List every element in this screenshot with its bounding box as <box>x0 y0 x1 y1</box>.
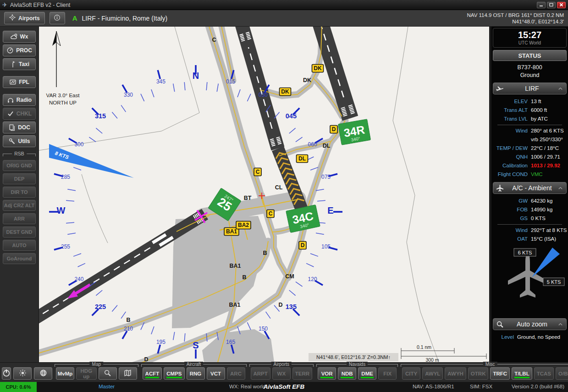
toolbar-button-tcas[interactable]: TCAS <box>534 367 554 380</box>
rsb-button-auto[interactable]: AUTO <box>3 240 36 251</box>
toolbar-group-map: MapMvMpHDG up <box>55 364 138 380</box>
magnetic-variation-label: VAR 3.0° East <box>46 93 80 98</box>
row-label: Flight COND <box>493 170 528 179</box>
taxiway-label: BA1 <box>229 302 240 308</box>
taxiway-label: B <box>126 317 130 323</box>
rsb-button-adj-crz-alt[interactable]: Adj CRZ ALT <box>3 200 36 211</box>
toolbar-group-aircraft: AircraftACFTCMPSRNGVCTARC <box>141 364 247 380</box>
toolbar-button-o-bnd[interactable]: O/BND <box>556 367 568 380</box>
row-value: VMC <box>531 170 567 179</box>
row-value: 15°C (ISA) <box>531 235 567 243</box>
nav-info: NAV 114.9 OST / BRG 161° DIST 0.2 NM <box>467 12 564 18</box>
toolbar-button-terr[interactable]: TERR <box>292 367 312 380</box>
taxiway-badge-label: C <box>256 169 260 175</box>
aircraft-type: B737-800 <box>493 64 567 72</box>
taxiway-label: C <box>212 37 216 43</box>
sidebar-item-utils[interactable]: Utils <box>3 135 36 147</box>
taxiway-badge-label: D <box>301 242 305 248</box>
weather-source: WX: Real world <box>229 384 265 389</box>
toolbar-button-awyh[interactable]: AWYH <box>445 367 466 380</box>
toolbar-group-airports: AirportsARPTWXTERR <box>249 364 314 380</box>
data-row: QNH1006 / 29.71 <box>493 153 567 161</box>
taxiway-badge-label: BA1 <box>226 228 237 235</box>
maximize-icon[interactable] <box>547 2 556 8</box>
ambient-rows: GW64230 kgFOB14990 kgGS0 KTSWind292°T at… <box>493 197 567 243</box>
brightness-icon <box>19 369 27 378</box>
sidebar-buttons: WxPROCTaxiFPLRadioCHKLDOCUtils <box>0 31 39 147</box>
compass-label: W <box>57 205 66 215</box>
toolbar-button-t-lbl[interactable]: T/LBL <box>512 367 532 380</box>
sidebar-item-radio[interactable]: Radio <box>3 94 36 106</box>
toolbar-button-fix[interactable]: FIX <box>378 367 397 380</box>
toolbar-button-mvmp[interactable]: MvMp <box>56 367 74 380</box>
sidebar-item-chkl[interactable]: CHKL <box>3 108 36 120</box>
row-label: ELEV <box>493 97 528 106</box>
toolbar-button-dme[interactable]: DME <box>358 367 376 380</box>
toolbar-button-city[interactable]: CITY <box>402 367 420 380</box>
close-icon[interactable] <box>557 2 566 8</box>
toolbar-button-ndb[interactable]: NDB <box>338 367 356 380</box>
airport-rows: ELEV13 ftTrans ALT6000 ftTrans LVLby ATC… <box>493 97 567 179</box>
toolbar-button-wx[interactable]: WX <box>272 367 291 380</box>
sidebar-item-label: CHKL <box>17 110 32 117</box>
sidebar-item-fpl[interactable]: FPL <box>3 76 36 88</box>
compass-label: 030 <box>259 92 268 98</box>
section-header-ambient[interactable]: A/C - Ambient <box>493 182 567 194</box>
taxiway-badge-label: BA2 <box>238 222 249 228</box>
section-header-autozoom[interactable]: Auto zoom <box>493 318 567 330</box>
taxiway-label: BA1 <box>229 263 241 269</box>
autozoom-section-title: Auto zoom <box>506 320 558 328</box>
status-button[interactable]: STATUS <box>493 50 567 61</box>
info-icon <box>54 14 61 22</box>
rsb-button-dep[interactable]: DEP <box>3 173 36 184</box>
toolbar-button-vor[interactable]: VOR <box>318 367 336 380</box>
rsb-button-dest-gnd[interactable]: DEST GND <box>3 226 36 237</box>
master-status: Master <box>99 384 115 389</box>
taxiway-badge-label: C <box>269 210 273 217</box>
airports-button-label: Airports <box>18 15 40 22</box>
section-divider <box>497 125 562 125</box>
rsb-button-arr[interactable]: ARR <box>3 213 36 224</box>
toolbar-button-arpt[interactable]: ARPT <box>251 367 270 380</box>
minimize-icon[interactable] <box>537 2 546 8</box>
rsb-button-dir-to[interactable]: DIR TO <box>3 187 36 198</box>
toolbar-button-rng[interactable]: RNG <box>187 367 205 380</box>
toolbar-button-map[interactable] <box>119 367 137 380</box>
airport-map[interactable]: N015030045060075E105120135150165S1952102… <box>39 27 489 362</box>
toolbar-button-otrk[interactable]: OTRK <box>468 367 489 380</box>
crosswind-component-label: 5 KTS <box>547 279 561 285</box>
sidebar-item-taxi[interactable]: Taxi <box>3 58 36 70</box>
airport-status-badge: A <box>72 14 77 22</box>
taxi-icon <box>9 61 17 68</box>
rsb-button-goaround[interactable]: GoAround <box>3 253 36 264</box>
airports-button[interactable]: Airports <box>4 12 45 24</box>
sidebar-item-wx[interactable]: Wx <box>3 31 36 43</box>
toolbar-button-awyl[interactable]: AWYL <box>422 367 443 380</box>
toolbar-button-vct[interactable]: VCT <box>207 367 225 380</box>
toolbar-button-globe[interactable] <box>34 367 52 380</box>
rsb-group-bracket: RSB <box>3 154 36 157</box>
power-button[interactable] <box>2 367 11 380</box>
toolbar-button-cmps[interactable]: CMPS <box>164 367 184 380</box>
sidebar-item-proc[interactable]: PROC <box>3 44 36 56</box>
chevron-up-icon <box>558 322 563 326</box>
position-readout: N41°48.6', E012°16.3' Z=0.3NM↑ <box>309 353 398 361</box>
rsb-group-label: RSB <box>12 151 27 156</box>
compass-label: 225 <box>95 303 106 310</box>
sidebar-item-doc[interactable]: DOC <box>3 121 36 133</box>
info-button[interactable] <box>50 12 65 24</box>
sidebar-item-label: Taxi <box>19 61 29 67</box>
toolbar-button-acft[interactable]: ACFT <box>143 367 162 380</box>
row-value: vrb 250°/330° <box>531 135 567 144</box>
compass-label: N <box>193 71 199 81</box>
toolbar-button-arc[interactable]: ARC <box>227 367 245 380</box>
toolbar-button-trfc[interactable]: TRFC <box>490 367 510 380</box>
compass-label: 345 <box>156 78 165 85</box>
toolbar-button-hdg-up[interactable]: HDG up <box>76 367 97 380</box>
data-row: GW64230 kg <box>493 197 567 205</box>
toolbar-button-zoom[interactable] <box>99 367 117 380</box>
toolbar-button-brightness[interactable] <box>13 367 32 380</box>
rsb-button-orig-gnd[interactable]: ORIG GND <box>3 160 36 171</box>
section-header-airport[interactable]: LIRF <box>493 83 567 94</box>
compass-label: 165 <box>226 339 235 345</box>
